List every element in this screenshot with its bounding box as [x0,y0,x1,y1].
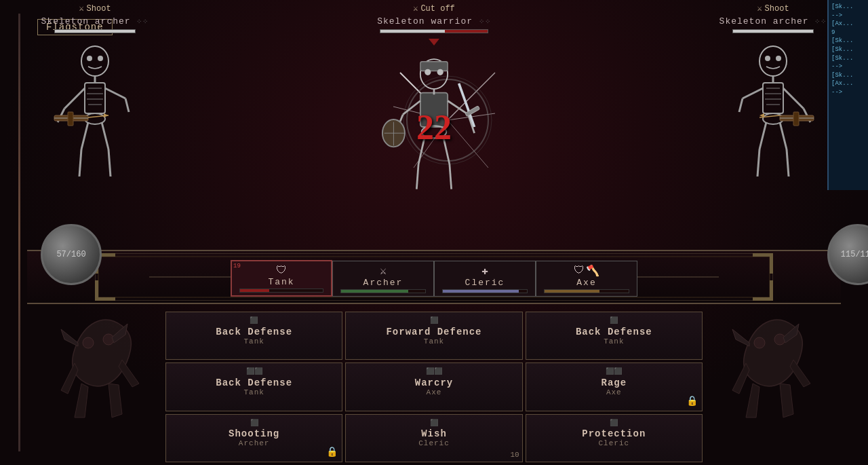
enemy-center-damage [445,30,488,33]
svg-line-50 [450,164,452,189]
skill-sub-wish: Cleric [418,439,450,447]
axe-icon-1: 🛡 [574,264,585,278]
enemy-right-hp-bar [732,29,814,33]
svg-line-67 [780,122,787,149]
svg-point-1 [87,56,92,61]
skill-name-protection: Protection [582,428,646,439]
sword-icon-right: ⚔ [757,3,762,14]
cleric-hp-bar [442,289,528,293]
tank-level: 19 [233,263,241,269]
svg-point-81 [754,337,765,348]
svg-line-63 [739,98,743,112]
svg-line-65 [760,122,766,149]
archer-label: Archer [363,278,403,288]
wish-cost: 10 [510,451,519,459]
enemy-right: ⚔ Shoot Skeleton archer ⁘⁘ [705,0,841,187]
skill-sub-bd2: Tank [604,337,624,346]
tank-hp-bar [239,289,323,293]
cleric-hp-fill [443,290,519,293]
left-orb-value: 57/160 [56,250,85,259]
tank-icon: 🛡 [276,264,287,277]
svg-rect-55 [763,83,783,113]
svg-line-14 [81,122,88,149]
skill-rage[interactable]: ⬛⬛ Rage Axe 🔒 [526,362,703,411]
skill-sub-bd1: Tank [243,337,264,346]
skill-icon-wish: ⬛ [430,416,438,428]
axe-icon-2: 🪓 [586,264,599,278]
skill-back-defense-tank-1[interactable]: ⬛ Back Defense Tank [165,312,342,360]
corner-right-decoration [712,309,827,465]
rage-lock-icon: 🔒 [686,395,698,407]
skill-back-defense-tank-3[interactable]: ⬛⬛ Back Defense Tank [165,362,342,411]
skill-sub-warcry: Axe [427,388,442,396]
party-tab-archer[interactable]: ⚔ Archer [332,261,434,297]
skill-icon-shooting: ⬛ [250,416,258,428]
tank-label: Tank [268,277,294,287]
svg-line-9 [64,88,85,109]
enemy-center-sprite: 22 [366,45,502,208]
skill-wish[interactable]: ⬛ Wish Cleric 10 [345,414,522,462]
shooting-lock-icon: 🔒 [326,446,338,458]
skill-sub-fd: Tank [424,337,444,346]
enemy-right-action: ⚔ Shoot [757,3,789,14]
skill-back-defense-tank-2[interactable]: ⬛ Back Defense Tank [526,312,703,360]
skill-name-shooting: Shooting [229,428,279,439]
svg-marker-22 [104,113,108,117]
party-tab-axe[interactable]: 🛡 🪓 Axe [536,261,637,297]
skill-protection[interactable]: ⬛ Protection Cleric [526,414,703,462]
enemy-right-hp-fill [733,30,813,33]
svg-point-0 [81,46,108,76]
enemy-center-hp-bar [380,29,488,33]
svg-line-60 [783,88,804,109]
enemy-right-name: Skeleton archer ⁘⁘ [719,16,827,26]
skeleton-archer-right-svg [729,41,817,183]
svg-line-15 [79,149,81,176]
svg-point-2 [98,56,103,61]
svg-line-39 [459,83,475,127]
svg-line-11 [105,88,125,98]
enemy-left: ⚔ Shoot Skeleton archer ⁘⁘ [27,0,163,187]
party-tab-tank[interactable]: 19 🛡 Tank [231,260,332,297]
axe-label: Axe [576,278,596,288]
skill-icon-fd: ⬛ [430,314,438,326]
skill-name-wish: Wish [421,428,447,439]
svg-point-79 [83,337,94,348]
skills-area: ⬛ Back Defense Tank ⬛ Forward Defence Ta… [163,309,705,465]
right-creature-svg [712,309,827,465]
skill-sub-bd3: Tank [243,388,264,396]
enemy-center-action: ⚔ Cut off [413,3,455,14]
svg-line-17 [108,149,111,176]
damage-arrow [429,39,439,45]
skill-sub-protection: Cleric [599,439,630,447]
enemy-left-hp-bar [54,29,136,33]
svg-line-66 [757,149,760,176]
skill-sub-shooting: Archer [239,439,270,447]
enemy-left-sprite [47,37,142,187]
skill-icon-bd3: ⬛⬛ [246,365,262,377]
svg-line-68 [787,149,789,176]
svg-point-34 [437,69,443,75]
skill-forward-defence-tank[interactable]: ⬛ Forward Defence Tank [345,312,522,360]
enemy-right-sprite [726,37,821,187]
svg-rect-71 [793,112,799,126]
archer-hp-bar [340,289,426,293]
archer-hp-fill [341,290,408,293]
skill-warcry[interactable]: ⬛⬛ Warcry Axe [345,362,522,411]
skill-name-bd1: Back Defense [216,327,292,337]
axe-hp-bar [544,289,629,293]
axe-hp-fill [545,290,599,293]
svg-line-48 [416,164,418,189]
damage-number: 22 [416,107,452,147]
skill-icon-warcry: ⬛⬛ [426,365,442,377]
svg-point-33 [425,69,431,75]
skill-icon-bd1: ⬛ [250,314,258,326]
party-tabs: 19 🛡 Tank ⚔ Archer ✚ Cleric 🛡 🪓 Axe [163,255,705,302]
left-scroll-decoration [12,14,26,451]
enemy-left-action: ⚔ Shoot [79,3,111,14]
svg-line-16 [102,122,108,149]
right-orb-value: 115/115 [841,250,868,259]
skill-icon-protection: ⬛ [610,416,618,428]
skill-shooting[interactable]: ⬛ Shooting Archer 🔒 [165,414,342,462]
skill-name-rage: Rage [601,377,627,388]
party-tab-cleric[interactable]: ✚ Cleric [434,261,536,297]
